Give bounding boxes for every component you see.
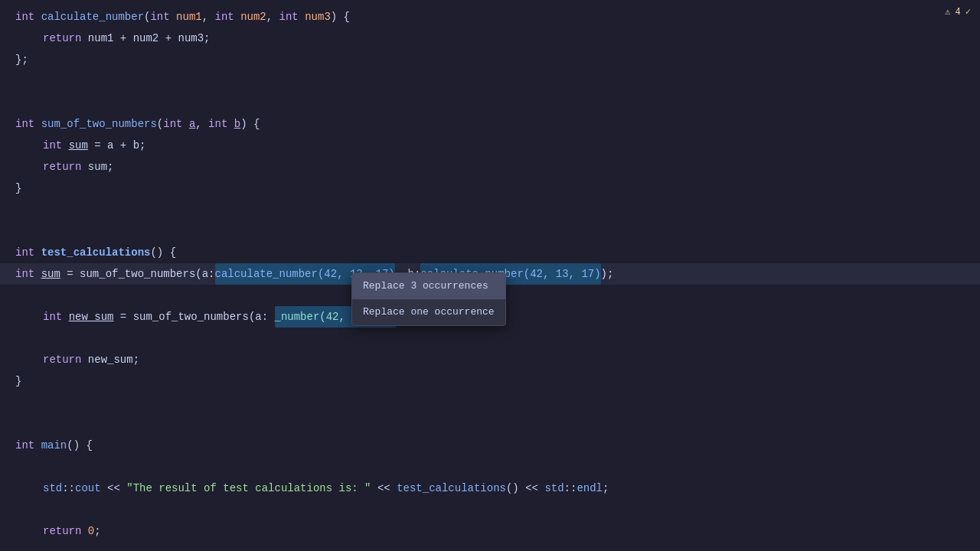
line-18: } (0, 370, 980, 392)
line-10 (0, 199, 980, 220)
line-3: }; (0, 49, 980, 70)
line-7: int sum = a + b; (0, 135, 980, 156)
line-16 (0, 328, 980, 349)
line-25: return 0; (0, 520, 980, 542)
line-20 (0, 413, 980, 435)
line-11 (0, 220, 980, 242)
line-12: int test_calculations() { (0, 242, 980, 263)
line-8: return sum; (0, 156, 980, 178)
line-1: int calculate_number(int num1, int num2,… (0, 6, 980, 28)
keyword-int: int (15, 6, 34, 28)
line-9: } (0, 178, 980, 199)
line-19 (0, 392, 980, 413)
line-5 (0, 92, 980, 113)
replace-dropdown[interactable]: Replace 3 occurrences Replace one occurr… (351, 272, 506, 326)
line-17: return new_sum; (0, 349, 980, 370)
warning-icon: ⚠ (945, 6, 950, 18)
warning-count: 4 (956, 7, 961, 18)
line-22 (0, 456, 980, 478)
checkmark-icon: ✓ (965, 6, 971, 18)
replace-all-option[interactable]: Replace 3 occurrences (352, 273, 505, 299)
fn-calculate: calculate_number (41, 6, 144, 28)
line-21: int main() { (0, 435, 980, 456)
line-4 (0, 70, 980, 92)
line-2: return num1 + num2 + num3; (0, 28, 980, 49)
replace-one-option[interactable]: Replace one occurrence (352, 299, 505, 325)
line-6: int sum_of_two_numbers(int a, int b) { (0, 113, 980, 135)
status-bar: ⚠ 4 ✓ (945, 6, 971, 18)
code-editor: ⚠ 4 ✓ int calculate_number(int num1, int… (0, 0, 980, 551)
line-23: std::cout << "The result of test calcula… (0, 478, 980, 499)
line-24 (0, 499, 980, 520)
